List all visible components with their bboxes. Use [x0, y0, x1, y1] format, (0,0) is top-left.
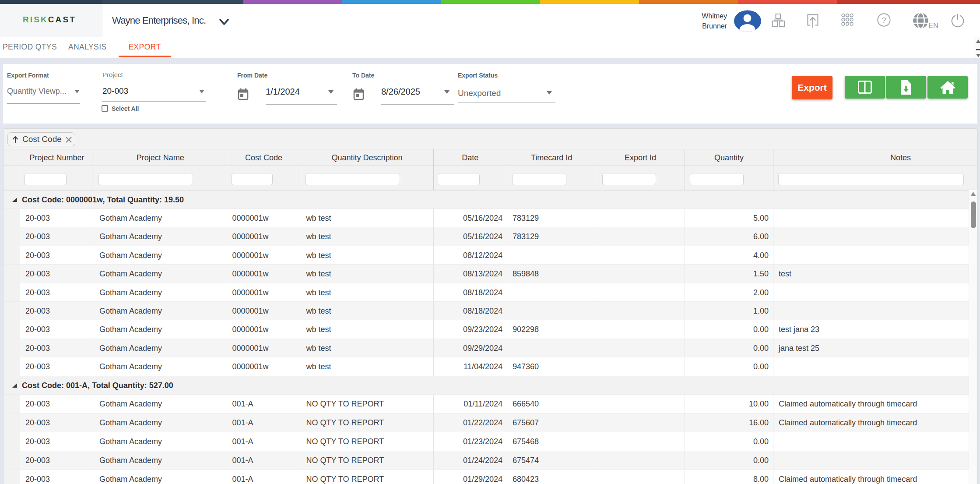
svg-text:?: ?: [882, 16, 886, 25]
svg-text:EN: EN: [928, 21, 938, 29]
